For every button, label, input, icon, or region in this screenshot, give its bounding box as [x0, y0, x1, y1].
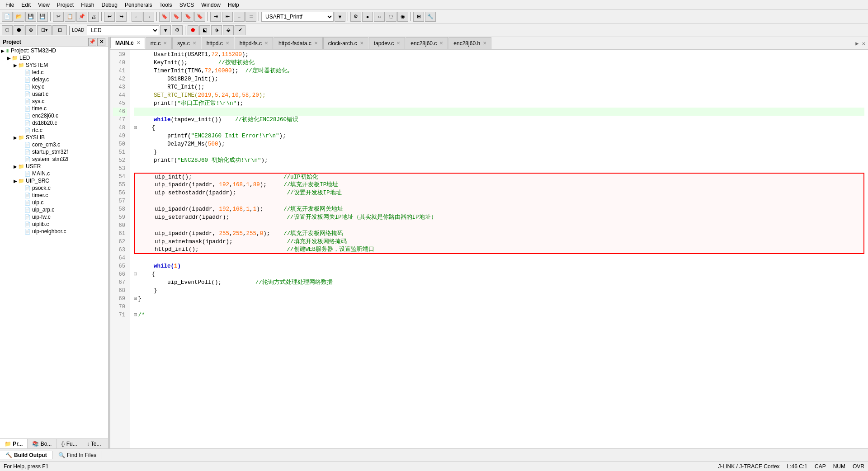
tree-item-main_c[interactable]: 📄MAIN.c	[0, 170, 108, 177]
expand-icon[interactable]: ▶	[0, 48, 5, 53]
tab-httpd_fs_c[interactable]: httpd-fs.c✕	[235, 37, 273, 49]
tree-item-uip_arp_c[interactable]: 📄uip_arp.c	[0, 206, 108, 213]
grid-button[interactable]: ⊞	[413, 12, 424, 22]
menu-edit[interactable]: Edit	[18, 1, 34, 9]
tab-close-main_c[interactable]: ✕	[137, 40, 140, 45]
project-pin-icon[interactable]: 📌	[88, 38, 96, 46]
expand-icon[interactable]: ▶	[13, 164, 18, 169]
tree-item-uip_neighbor_c[interactable]: 📄uip-neighbor.c	[0, 228, 108, 235]
tab-close-rtc_c[interactable]: ✕	[163, 41, 167, 46]
tree-item-led[interactable]: ▶📁LED	[0, 54, 108, 61]
find-in-files-tab[interactable]: 🔍 Find In Files	[53, 451, 102, 459]
tab-main_c[interactable]: MAIN.c✕	[110, 37, 145, 49]
menu-project[interactable]: Project	[53, 1, 77, 9]
paste-button[interactable]: 📌	[76, 12, 87, 22]
tb2-config-btn[interactable]: ⚙	[172, 25, 183, 35]
tab-scroll-right-button[interactable]: ▶ ✕	[853, 38, 868, 49]
tb2-copy-btn[interactable]: ⬕	[199, 25, 210, 35]
tb2-btn4[interactable]: ⊡▾	[37, 25, 52, 35]
tb2-btn3[interactable]: ⊛	[25, 25, 36, 35]
tb2-check-btn[interactable]: ✔	[235, 25, 245, 35]
tab-tapdev_c[interactable]: tapdev.c✕	[369, 37, 405, 49]
tree-item-led_c[interactable]: 📄led.c	[0, 69, 108, 76]
wrench-button[interactable]: 🔧	[425, 12, 436, 22]
tree-item-timer_c[interactable]: 📄timer.c	[0, 192, 108, 199]
bookmark4-button[interactable]: 🔖	[194, 12, 205, 22]
menu-flash[interactable]: Flash	[77, 1, 98, 9]
tb2-btn2[interactable]: ⬢	[14, 25, 24, 35]
project-close-icon[interactable]: ✕	[97, 38, 105, 46]
tree-item-root[interactable]: ▶⊕Project: STM32HD	[0, 47, 108, 54]
expand-icon[interactable]: ▶	[13, 135, 18, 140]
tree-item-key_c[interactable]: 📄key.c	[0, 83, 108, 90]
run2-button[interactable]: ○	[374, 12, 385, 22]
menu-view[interactable]: View	[34, 1, 53, 9]
tree-item-system[interactable]: ▶📁SYSTEM	[0, 61, 108, 69]
dropdown-arrow-button[interactable]: ▼	[335, 12, 345, 22]
panel-tab-templates[interactable]: ↓ Te...	[82, 439, 106, 448]
run4-button[interactable]: ◉	[397, 12, 408, 22]
indent-button[interactable]: ⇥	[210, 12, 221, 22]
run1-button[interactable]: ●	[362, 12, 373, 22]
tree-item-user[interactable]: ▶📁USER	[0, 163, 108, 170]
tab-httpd_c[interactable]: httpd.c✕	[202, 37, 234, 49]
tb2-move-btn[interactable]: ⬙	[223, 25, 234, 35]
tree-item-syslib[interactable]: ▶📁SYSLIB	[0, 134, 108, 141]
tab-enc28j60_h[interactable]: enc28j60.h✕	[448, 37, 491, 49]
tree-item-enc28j60_c[interactable]: 📄enc28j60.c	[0, 112, 108, 119]
build-output-tab[interactable]: 🔨 Build Output	[0, 451, 53, 459]
tree-item-uip_fw_c[interactable]: 📄uip-fw.c	[0, 213, 108, 221]
tree-item-rtc_c[interactable]: 📄rtc.c	[0, 127, 108, 134]
menu-help[interactable]: Help	[224, 1, 243, 9]
menu-tools[interactable]: Tools	[156, 1, 176, 9]
tab-close-enc28j60_h[interactable]: ✕	[483, 41, 486, 46]
tab-close-clock_arch_c[interactable]: ✕	[360, 41, 363, 46]
tree-item-uip_c[interactable]: 📄uip.c	[0, 199, 108, 206]
tab-close-enc28j60_c[interactable]: ✕	[439, 41, 443, 46]
tab-close-tapdev_c[interactable]: ✕	[396, 41, 400, 46]
tree-item-uiplib_c[interactable]: 📄uiplib.c	[0, 221, 108, 228]
bookmark2-button[interactable]: 🔖	[171, 12, 182, 22]
run3-button[interactable]: ◌	[386, 12, 396, 22]
tb2-btn1[interactable]: ⬡	[2, 25, 13, 35]
align-button[interactable]: ≡	[234, 12, 245, 22]
save-button[interactable]: 💾	[25, 12, 36, 22]
tb2-btn5[interactable]: ⊡	[52, 25, 67, 35]
format-button[interactable]: ≣	[245, 12, 256, 22]
target-dropdown[interactable]: USART1_Printf	[261, 12, 334, 22]
tab-clock_arch_c[interactable]: clock-arch.c✕	[323, 37, 368, 49]
tree-item-psock_c[interactable]: 📄psock.c	[0, 184, 108, 192]
undo-button[interactable]: ↩	[104, 12, 115, 22]
tab-httpd_fsdata_c[interactable]: httpd-fsdata.c✕	[274, 37, 323, 49]
settings-button[interactable]: ⚙	[350, 12, 361, 22]
open-file-button[interactable]: 📂	[14, 12, 24, 22]
tab-close-httpd_fs_c[interactable]: ✕	[264, 41, 268, 46]
bookmark1-button[interactable]: 🔖	[159, 12, 170, 22]
tree-item-usart_c[interactable]: 📄usart.c	[0, 90, 108, 98]
cut-button[interactable]: ✂	[53, 12, 64, 22]
tree-item-ds18b20_c[interactable]: 📄ds18b20.c	[0, 119, 108, 127]
tab-rtc_c[interactable]: rtc.c✕	[146, 37, 172, 49]
tb2-paste-btn2[interactable]: ⬗	[211, 25, 222, 35]
panel-tab-books[interactable]: 📚 Bo...	[28, 439, 57, 448]
redo-button[interactable]: ↪	[116, 12, 127, 22]
code-editor[interactable]: 3940414243444546474849505152535455565758…	[110, 50, 868, 448]
print-button[interactable]: 🖨	[88, 12, 99, 22]
expand-icon[interactable]: ▶	[13, 63, 18, 68]
tab-close-sys_c[interactable]: ✕	[193, 41, 196, 46]
code-content[interactable]: UsartInit(USART1,72,115200); KeyInit(); …	[130, 50, 868, 448]
panel-tab-functions[interactable]: {} Fu...	[57, 439, 82, 448]
tab-close-httpd_c[interactable]: ✕	[226, 41, 229, 46]
tree-item-core_cm3_c[interactable]: 📄core_cm3.c	[0, 141, 108, 148]
expand-icon[interactable]: ▶	[6, 56, 12, 61]
menu-debug[interactable]: Debug	[98, 1, 121, 9]
tree-item-system_stm32f[interactable]: 📄system_stm32f	[0, 155, 108, 163]
tab-close-httpd_fsdata_c[interactable]: ✕	[314, 41, 318, 46]
led-dropdown[interactable]: LED	[87, 25, 159, 35]
tree-item-delay_c[interactable]: 📄delay.c	[0, 76, 108, 83]
tab-enc28j60_c[interactable]: enc28j60.c✕	[406, 37, 448, 49]
menu-window[interactable]: Window	[198, 1, 224, 9]
tb2-color1[interactable]: ⬟	[188, 25, 198, 35]
nav-fwd-button[interactable]: →	[143, 12, 154, 22]
save-all-button[interactable]: 💾	[37, 12, 48, 22]
